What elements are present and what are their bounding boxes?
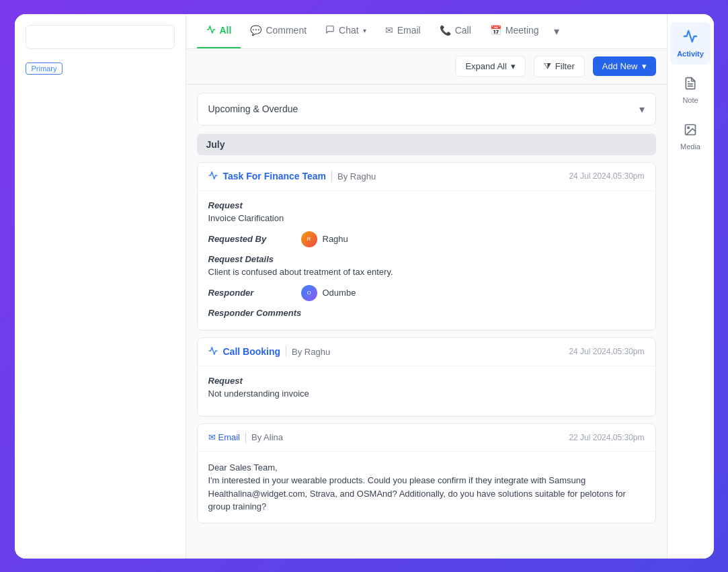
call-booking-by: By Raghu [292,347,330,357]
email-body: Dear Sales Team, I'm interested in your … [198,452,655,523]
tab-comment[interactable]: 💬 Comment [241,14,316,48]
requested-by-value: Raghu [323,234,348,244]
call-booking-timestamp: 24 Jul 2024,05:30pm [569,347,644,356]
section-title: Upcoming & Overdue [208,104,298,114]
filter-icon: ⧩ [544,61,551,72]
call-booking-card-header: Call Booking By Raghu 24 Jul 2024,05:30p… [198,338,655,366]
chat-chevron-icon: ▾ [363,27,366,34]
right-sidebar: Activity Note Me [667,14,714,559]
add-new-button[interactable]: Add New ▾ [593,56,656,76]
add-new-chevron-icon: ▾ [642,61,647,71]
request-details-label: Request Details [208,254,645,264]
call-waveform-icon [208,346,218,358]
waveform-icon [206,25,216,36]
responder-row: Responder O Odumbe [208,285,645,301]
task-finance-card-header: Task For Finance Team By Raghu 24 Jul 20… [198,163,655,191]
task-finance-body: Request Invoice Clarification Requested … [198,191,655,330]
tab-chat-label: Chat [339,25,359,36]
activity-label: Activity [677,50,704,58]
responder-label: Responder [208,288,296,298]
comment-icon: 💬 [250,25,261,36]
task-waveform-icon [208,171,218,182]
email-badge: ✉ Email [208,432,241,442]
feed-area: Upcoming & Overdue ▾ July Task For Finan… [186,85,667,559]
call-booking-card: Call Booking By Raghu 24 Jul 2024,05:30p… [197,337,656,417]
filter-label: Filter [555,61,575,71]
tab-call-label: Call [455,25,471,36]
note-label: Note [682,96,698,104]
task-finance-by: By Raghu [337,171,376,181]
request-details-value: Client is confused about treatment of ta… [208,267,645,277]
call-booking-title-group: Call Booking By Raghu [208,346,331,358]
email-card: ✉ Email By Alina 22 Jul 2024,05:30pm Dea… [197,423,656,524]
call-request-label: Request [208,376,645,386]
add-new-label: Add New [602,61,638,71]
filter-button[interactable]: ⧩ Filter [534,56,585,77]
tab-all-label: All [220,25,232,36]
media-icon [684,123,697,140]
call-booking-title[interactable]: Call Booking [223,346,281,357]
email-title: Email [218,432,241,442]
media-label: Media [680,142,700,151]
card-divider [331,171,332,181]
tab-email-label: Email [397,25,421,36]
email-card-header: ✉ Email By Alina 22 Jul 2024,05:30pm [198,424,655,452]
sidebar-right-media[interactable]: Media [670,116,711,157]
sidebar-search[interactable] [26,25,175,49]
email-card-divider [245,432,246,443]
tab-comment-label: Comment [266,25,307,36]
svg-point-3 [688,126,690,128]
tab-more[interactable]: ▾ [549,14,565,48]
email-body-text: Dear Sales Team, I'm interested in your … [208,461,645,514]
tab-call[interactable]: 📞 Call [430,14,481,48]
email-by: By Alina [251,432,283,442]
expand-chevron-icon: ▾ [511,61,516,71]
email-title-group: ✉ Email By Alina [208,432,284,443]
responder-comments-label: Responder Comments [208,308,645,318]
email-envelope-icon: ✉ [208,432,216,442]
primary-badge[interactable]: Primary [26,63,63,75]
call-booking-body: Request Not understanding invoice [198,366,655,416]
tab-all[interactable]: All [197,14,241,48]
requested-by-label: Requested By [208,234,296,244]
raghu-avatar: R [301,231,317,247]
chat-icon [325,25,335,36]
expand-all-label: Expand All [465,61,506,71]
call-card-divider [286,346,286,357]
request-value: Invoice Clarification [208,213,645,223]
section-chevron-icon: ▾ [639,103,645,116]
requested-by-row: Requested By R Raghu [208,231,645,247]
activity-icon [683,29,698,47]
request-label: Request [208,200,645,210]
upcoming-overdue-section[interactable]: Upcoming & Overdue ▾ [197,93,656,126]
tab-meeting[interactable]: 📅 Meeting [481,14,549,48]
task-finance-card: Task For Finance Team By Raghu 24 Jul 20… [197,162,656,331]
note-icon [684,77,697,93]
responder-value: Odumbe [323,288,356,298]
month-header: July [197,134,656,155]
tab-chat[interactable]: Chat ▾ [316,14,376,48]
tab-email[interactable]: ✉ Email [376,14,430,48]
task-finance-title[interactable]: Task For Finance Team [223,171,327,181]
tab-meeting-label: Meeting [505,25,539,36]
task-finance-timestamp: 24 Jul 2024,05:30pm [569,171,644,181]
call-request-value: Not understanding invoice [208,389,645,399]
main-content: All 💬 Comment Chat ▾ ✉ Email [186,14,667,559]
tab-bar: All 💬 Comment Chat ▾ ✉ Email [186,14,667,49]
sidebar-right-note[interactable]: Note [670,70,711,111]
call-icon: 📞 [440,25,451,36]
left-sidebar: Primary [15,14,186,559]
email-icon: ✉ [385,25,393,36]
odumbe-avatar: O [301,285,317,301]
meeting-icon: 📅 [490,25,501,36]
sidebar-right-activity[interactable]: Activity [670,22,711,65]
toolbar: Expand All ▾ ⧩ Filter Add New ▾ [186,49,667,85]
email-timestamp: 22 Jul 2024,05:30pm [569,433,644,442]
card-title-group: Task For Finance Team By Raghu [208,171,376,182]
expand-all-button[interactable]: Expand All ▾ [455,56,525,77]
